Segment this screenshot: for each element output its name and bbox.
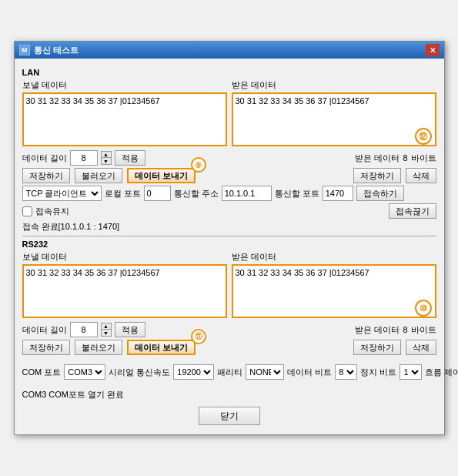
- lan-recv-textarea[interactable]: [232, 92, 436, 146]
- rs232-delete-button[interactable]: 삭제: [406, 340, 436, 355]
- lan-send-col: 보낼 데이터: [22, 79, 227, 148]
- lan-section: LAN 보낼 데이터 받은 데이터 ⑫: [22, 68, 436, 233]
- rs232-status-text: COM3 COM포트 열기 완료: [22, 389, 436, 401]
- rs232-stop-bits-select[interactable]: 1: [399, 364, 422, 380]
- rs232-flow-label: 흐름 제어: [425, 367, 458, 378]
- app-icon: M: [19, 45, 30, 55]
- lan-keep-conn-row: 접속유지 접속끊기: [22, 203, 436, 219]
- lan-send-wrapper: [22, 92, 227, 148]
- lan-remote-port-label: 통신할 포트: [275, 188, 319, 199]
- lan-bytes-label: 바이트: [411, 153, 436, 164]
- lan-recv-wrapper: ⑫: [232, 92, 436, 148]
- rs232-send-btn-wrapper: 데이터 보내기 ⑪: [127, 340, 196, 355]
- lan-remote-addr-input[interactable]: [222, 186, 272, 201]
- lan-length-label: 데이터 길이: [22, 153, 67, 164]
- rs232-recv-col: 받은 데이터 ⑩: [232, 251, 436, 320]
- rs232-length-down[interactable]: ▼: [102, 330, 111, 336]
- rs232-apply-button[interactable]: 적용: [115, 322, 145, 337]
- lan-data-area: 보낼 데이터 받은 데이터 ⑫: [22, 79, 436, 148]
- rs232-stop-bits-label: 정지 비트: [360, 367, 396, 378]
- lan-length-spinner[interactable]: ▲ ▼: [101, 151, 112, 165]
- rs232-send-wrapper: [22, 264, 227, 320]
- lan-send-btn-wrapper: 데이터 보내기 ⑨: [127, 168, 196, 183]
- rs232-length-spinner[interactable]: ▲ ▼: [101, 323, 112, 337]
- rs232-com-port-label: COM 포트: [22, 367, 62, 378]
- rs232-send-circle: ⑪: [191, 329, 206, 344]
- lan-local-port-input[interactable]: [144, 186, 171, 201]
- rs232-buttons-row: 저장하기 불러오기 데이터 보내기 ⑪ 저장하기 삭제: [22, 340, 436, 355]
- title-bar-left: M 통신 테스트: [19, 45, 79, 56]
- rs232-send-col: 보낼 데이터: [22, 251, 227, 320]
- lan-remote-port-input[interactable]: [323, 186, 353, 201]
- main-window: M 통신 테스트 ✕ LAN 보낼 데이터 받은 데이터: [14, 41, 445, 435]
- lan-delete-button[interactable]: 삭제: [406, 168, 436, 183]
- rs232-section: RS232 보낼 데이터 받은 데이터 ⑩: [22, 240, 436, 401]
- rs232-baud-label: 시리얼 통신속도: [109, 367, 170, 378]
- rs232-data-area: 보낼 데이터 받은 데이터 ⑩: [22, 251, 436, 320]
- rs232-send-textarea[interactable]: [22, 264, 227, 318]
- rs232-length-up[interactable]: ▲: [102, 323, 111, 330]
- rs232-length-input[interactable]: [70, 322, 98, 337]
- lan-remote-addr-label: 통신할 주소: [174, 188, 219, 199]
- footer-row: 닫기: [22, 407, 436, 425]
- lan-disconnect-button[interactable]: 접속끊기: [389, 203, 436, 219]
- lan-length-row: 데이터 길이 ▲ ▼ 적용 받은 데이터 8 바이트: [22, 150, 436, 166]
- lan-section-label: LAN: [22, 68, 436, 77]
- rs232-data-bits-label: 데이터 비트: [287, 367, 332, 378]
- lan-keep-conn-checkbox[interactable]: [22, 206, 32, 216]
- lan-length-input[interactable]: [70, 150, 98, 166]
- rs232-save2-button[interactable]: 저장하기: [353, 340, 401, 355]
- lan-local-port-label: 로컬 포트: [105, 188, 141, 199]
- window-close-button[interactable]: ✕: [426, 44, 440, 56]
- lan-load-button[interactable]: 불러오기: [75, 168, 122, 183]
- lan-status-text: 접속 완료[10.1.0.1 : 1470]: [22, 221, 436, 233]
- rs232-section-label: RS232: [22, 240, 436, 249]
- lan-send-circle: ⑨: [191, 157, 206, 173]
- rs232-recv-textarea[interactable]: [232, 264, 436, 318]
- content-area: LAN 보낼 데이터 받은 데이터 ⑫: [15, 59, 444, 434]
- lan-save2-button[interactable]: 저장하기: [353, 168, 401, 183]
- lan-recv-col: 받은 데이터 ⑫: [232, 79, 436, 148]
- lan-send-button[interactable]: 데이터 보내기: [127, 168, 196, 183]
- lan-conn-type-select[interactable]: TCP 클라이언트: [22, 186, 102, 201]
- lan-buttons-row: 저장하기 불러오기 데이터 보내기 ⑨ 저장하기 삭제: [22, 168, 436, 183]
- lan-length-down[interactable]: ▼: [102, 158, 111, 164]
- rs232-send-button[interactable]: 데이터 보내기: [127, 340, 196, 355]
- lan-recv-label: 받은 데이터: [232, 79, 436, 91]
- rs232-recv-wrapper: ⑩: [232, 264, 436, 320]
- lan-connect-button[interactable]: 접속하기: [356, 186, 404, 201]
- rs232-load-button[interactable]: 불러오기: [75, 340, 122, 355]
- lan-send-textarea[interactable]: [22, 92, 227, 146]
- lan-keep-conn-label: 접속유지: [35, 206, 69, 217]
- rs232-recv-data-label: 받은 데이터: [355, 324, 399, 336]
- footer-close-button[interactable]: 닫기: [199, 407, 260, 425]
- rs232-settings-row: COM 포트 COM3 시리얼 통신속도 19200 패리티 NONE 데이터 …: [22, 357, 436, 387]
- rs232-baud-select[interactable]: 19200: [173, 364, 214, 380]
- rs232-recv-count: 8: [403, 325, 407, 334]
- lan-conn-row: TCP 클라이언트 로컬 포트 통신할 주소 통신할 포트 접속하기: [22, 186, 436, 201]
- rs232-recv-label: 받은 데이터: [232, 251, 436, 263]
- lan-recv-data-label: 받은 데이터: [355, 153, 399, 164]
- rs232-com-port-select[interactable]: COM3: [64, 364, 105, 380]
- rs232-save-button[interactable]: 저장하기: [22, 340, 70, 355]
- lan-save-button[interactable]: 저장하기: [22, 168, 70, 183]
- rs232-data-bits-select[interactable]: 8: [335, 364, 357, 380]
- rs232-bytes-label: 바이트: [411, 324, 436, 336]
- rs232-send-label: 보낼 데이터: [22, 251, 227, 263]
- rs232-length-label: 데이터 길이: [22, 324, 67, 336]
- rs232-parity-label: 패리티: [217, 367, 242, 378]
- rs232-parity-select[interactable]: NONE: [246, 364, 284, 380]
- lan-apply-button[interactable]: 적용: [115, 150, 145, 166]
- lan-length-up[interactable]: ▲: [102, 152, 111, 158]
- lan-send-label: 보낼 데이터: [22, 79, 227, 91]
- rs232-length-row: 데이터 길이 ▲ ▼ 적용 받은 데이터 8 바이트: [22, 322, 436, 337]
- divider: [22, 236, 436, 236]
- title-bar: M 통신 테스트 ✕: [15, 42, 444, 59]
- lan-recv-count: 8: [403, 153, 407, 163]
- window-title: 통신 테스트: [34, 45, 79, 56]
